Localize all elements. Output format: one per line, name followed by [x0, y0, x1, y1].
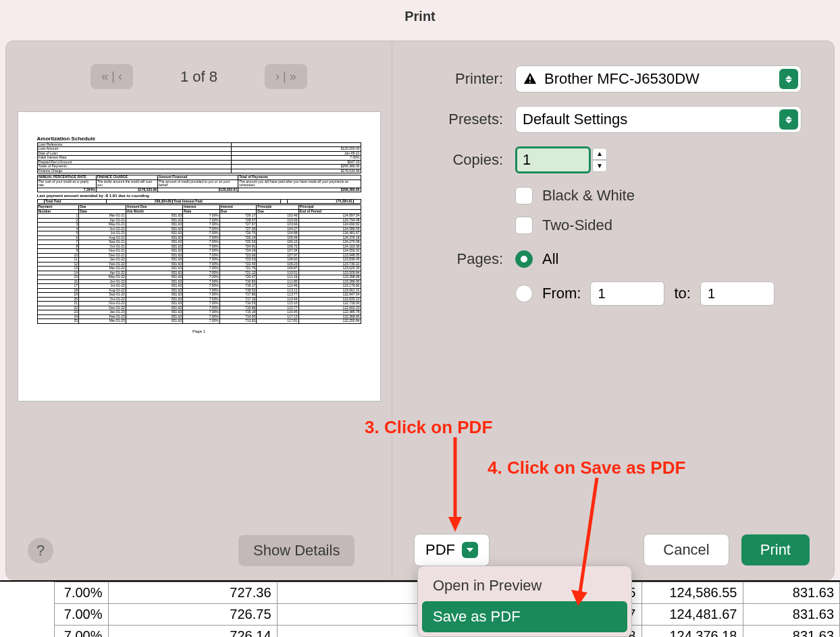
page-preview: Amortization Schedule Loan Reference:Loa… — [18, 112, 380, 401]
preview-amend-note: Last payment amount amended by -$ 1.91 d… — [37, 194, 361, 198]
preview-meta-table: Loan Reference:Loan Amount:$125,000.00Da… — [37, 142, 361, 174]
window-title: Print — [0, 0, 840, 32]
preview-disclosure-table: ANNUAL PERCENTAGE RATEFINANCE CHARGEAmou… — [37, 175, 361, 192]
preview-schedule-table: PaymentDueAmount DueInterestInterestPrin… — [37, 204, 361, 324]
preview-page-number: Page 1 — [37, 329, 361, 334]
chevron-down-icon — [462, 542, 478, 558]
copies-stepper: ▲ ▼ — [515, 146, 607, 173]
next-page-button[interactable]: › | » — [265, 64, 307, 89]
pages-from-input[interactable] — [590, 281, 664, 306]
pdf-dropdown-button[interactable]: PDF — [414, 534, 490, 566]
pages-range-radio[interactable] — [515, 285, 533, 302]
pdf-menu: Open in Preview Save as PDF — [417, 565, 632, 637]
pages-label: Pages: — [425, 250, 503, 268]
copies-label: Copies: — [425, 151, 503, 169]
presets-value: Default Settings — [523, 111, 627, 128]
pdf-button-label: PDF — [425, 541, 455, 559]
print-dialog: « | ‹ 1 of 8 › | » Amortization Schedule… — [5, 40, 835, 580]
copies-input[interactable] — [515, 146, 591, 173]
preview-heading: Amortization Schedule — [37, 136, 361, 142]
to-label: to: — [674, 285, 690, 302]
svg-rect-0 — [529, 76, 531, 80]
svg-rect-1 — [529, 82, 531, 83]
pages-all-label: All — [542, 250, 558, 268]
twosided-checkbox[interactable] — [515, 217, 533, 234]
print-button[interactable]: Print — [741, 534, 810, 565]
page-nav: « | ‹ 1 of 8 › | » — [6, 64, 392, 89]
bw-label: Black & White — [542, 187, 635, 204]
pdf-menu-open-preview[interactable]: Open in Preview — [422, 570, 627, 601]
copies-step-down[interactable]: ▼ — [592, 160, 607, 172]
cancel-button[interactable]: Cancel — [644, 534, 729, 566]
printer-label: Printer: — [425, 70, 503, 88]
copies-step-up[interactable]: ▲ — [592, 148, 607, 160]
pages-to-input[interactable] — [700, 281, 775, 306]
from-label: From: — [542, 285, 581, 302]
presets-label: Presets: — [425, 111, 503, 128]
printer-select[interactable]: Brother MFC-J6530DW — [515, 65, 802, 92]
show-details-button[interactable]: Show Details — [238, 535, 355, 566]
form-column: Printer: Brother MFC-J6530DW Presets: De… — [392, 41, 834, 580]
preview-totals-table: Total Paid299,384.89Total Interest Paid1… — [37, 199, 361, 204]
pdf-menu-save-as-pdf[interactable]: Save as PDF — [422, 601, 627, 632]
bw-checkbox[interactable] — [515, 187, 533, 204]
printer-value: Brother MFC-J6530DW — [544, 70, 700, 88]
pages-all-radio[interactable] — [515, 250, 533, 268]
preview-column: « | ‹ 1 of 8 › | » Amortization Schedule… — [6, 41, 392, 580]
prev-page-button[interactable]: « | ‹ — [90, 64, 133, 89]
twosided-label: Two-Sided — [542, 217, 612, 234]
help-button[interactable]: ? — [28, 538, 53, 563]
dropdown-icon — [779, 69, 798, 89]
presets-select[interactable]: Default Settings — [515, 106, 802, 133]
warning-icon — [523, 72, 537, 86]
dropdown-icon — [779, 109, 798, 130]
page-indicator: 1 of 8 — [180, 68, 217, 86]
